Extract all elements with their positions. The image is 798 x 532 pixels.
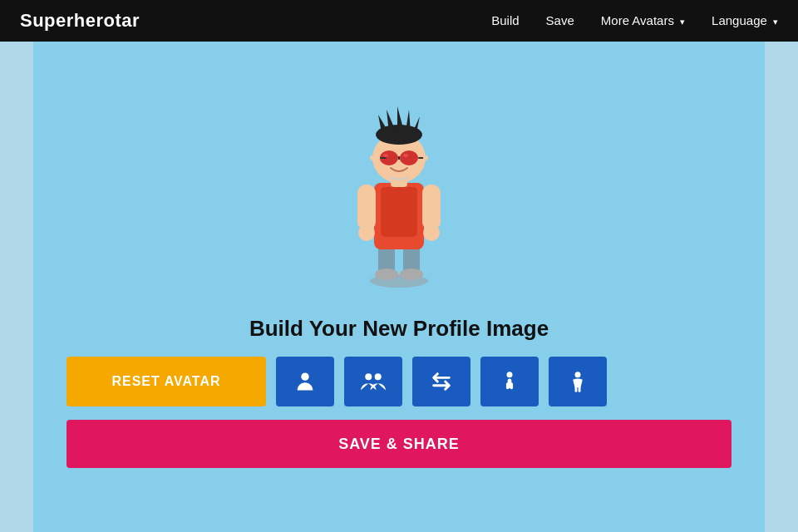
nav-item-save[interactable]: Save xyxy=(546,13,574,28)
female-person-icon xyxy=(566,370,589,393)
icon-button-female[interactable] xyxy=(549,357,607,406)
icon-button-male[interactable] xyxy=(480,357,539,406)
svg-point-20 xyxy=(400,150,418,165)
svg-rect-21 xyxy=(398,156,400,160)
svg-rect-22 xyxy=(380,157,387,159)
nav-item-build[interactable]: Build xyxy=(491,13,519,28)
brand-logo: Superherotar xyxy=(20,10,140,32)
svg-rect-8 xyxy=(422,185,441,230)
nav-links: Build Save More Avatars ▾ Language ▾ xyxy=(491,13,778,28)
icon-button-single[interactable] xyxy=(276,357,334,406)
svg-point-3 xyxy=(375,268,398,280)
outer-background: Build Your New Profile Image RESET AVATA… xyxy=(0,42,798,532)
reset-avatar-button[interactable]: RESET AVATAR xyxy=(66,357,266,406)
nav-item-language[interactable]: Language ▾ xyxy=(712,13,778,28)
nav-link-save[interactable]: Save xyxy=(546,13,574,27)
svg-point-35 xyxy=(575,372,581,377)
svg-marker-16 xyxy=(397,106,404,131)
svg-point-31 xyxy=(507,372,513,377)
svg-point-9 xyxy=(358,224,375,241)
navbar: Superherotar Build Save More Avatars ▾ L… xyxy=(0,0,798,42)
language-caret: ▾ xyxy=(773,17,778,27)
svg-point-4 xyxy=(400,268,423,280)
main-container: Build Your New Profile Image RESET AVATA… xyxy=(33,42,765,532)
svg-rect-7 xyxy=(357,185,376,230)
two-persons-icon xyxy=(360,370,387,393)
svg-rect-6 xyxy=(381,187,417,237)
icon-button-swap[interactable] xyxy=(412,357,470,406)
buttons-row: RESET AVATAR xyxy=(66,357,732,406)
svg-point-27 xyxy=(423,155,428,160)
svg-rect-33 xyxy=(506,382,510,389)
svg-point-29 xyxy=(365,373,372,380)
save-share-button[interactable]: SAVE & SHARE xyxy=(66,420,732,468)
svg-point-30 xyxy=(375,373,382,380)
icon-button-two-persons[interactable] xyxy=(344,357,402,406)
build-title: Build Your New Profile Image xyxy=(249,316,549,342)
nav-link-more-avatars[interactable]: More Avatars ▾ xyxy=(601,13,685,27)
nav-link-build[interactable]: Build xyxy=(491,13,519,27)
svg-point-25 xyxy=(403,154,408,157)
svg-point-24 xyxy=(383,154,388,157)
more-avatars-caret: ▾ xyxy=(680,17,685,27)
svg-rect-36 xyxy=(575,387,578,392)
single-person-icon xyxy=(293,370,317,393)
nav-item-more-avatars[interactable]: More Avatars ▾ xyxy=(601,13,685,28)
svg-rect-37 xyxy=(579,387,581,392)
avatar-character xyxy=(332,75,466,291)
svg-point-28 xyxy=(301,373,308,381)
swap-icon xyxy=(430,370,453,393)
svg-marker-17 xyxy=(406,110,411,133)
svg-point-26 xyxy=(370,155,375,160)
svg-rect-34 xyxy=(510,382,514,389)
nav-link-language[interactable]: Language ▾ xyxy=(712,13,778,27)
svg-point-10 xyxy=(423,224,440,241)
male-person-icon xyxy=(498,370,521,393)
avatar-display-area xyxy=(33,58,765,308)
